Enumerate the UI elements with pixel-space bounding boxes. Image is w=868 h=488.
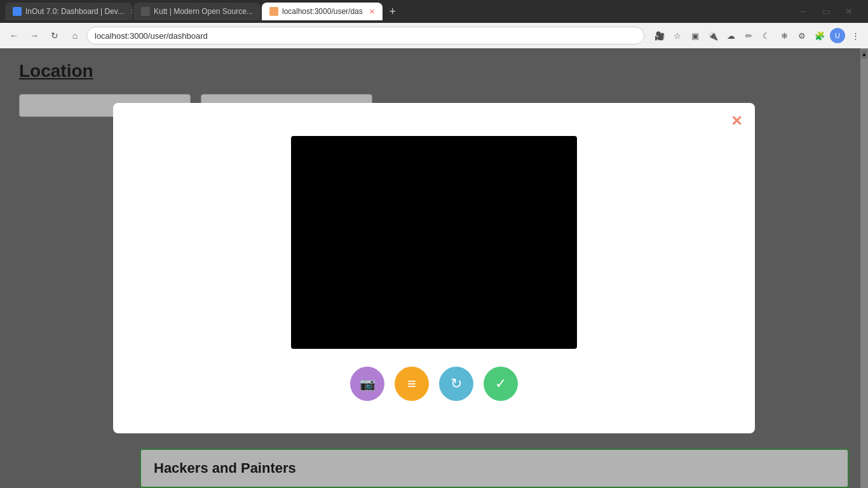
menu-button[interactable]: ≡ bbox=[395, 367, 429, 401]
modal-close-button[interactable]: ✕ bbox=[731, 113, 742, 130]
home-button[interactable]: ⌂ bbox=[66, 27, 84, 44]
tab-label-localhost: localhost:3000/user/das bbox=[282, 7, 363, 16]
tab-label-kutt: Kutt | Modern Open Source... bbox=[154, 7, 253, 16]
restore-button[interactable]: ▭ bbox=[817, 3, 835, 20]
modal-overlay: ✕ 📷 ≡ ↻ ✓ bbox=[0, 48, 868, 488]
star-icon[interactable]: ☆ bbox=[670, 28, 685, 43]
tab-label-inout: InOut 7.0: Dashboard | Dev... bbox=[25, 7, 124, 16]
window-close-button[interactable]: ✕ bbox=[840, 3, 858, 20]
page-background: Location Hackers and Painters ▲ ✕ 📷 ≡ ↻ … bbox=[0, 48, 868, 488]
tab-kutt[interactable]: Kutt | Modern Open Source... ✕ bbox=[133, 3, 261, 20]
profile-avatar[interactable]: U bbox=[830, 28, 845, 43]
tab-close-localhost[interactable]: ✕ bbox=[369, 8, 375, 16]
nav-icons: 🎥 ☆ ▣ 🔌 ☁ ✏ ☾ ❄ ⚙ 🧩 U ⋮ bbox=[652, 28, 863, 43]
tab-inout[interactable]: InOut 7.0: Dashboard | Dev... ✕ bbox=[5, 3, 132, 20]
minimize-button[interactable]: ─ bbox=[794, 3, 812, 20]
modal-controls: 📷 ≡ ↻ ✓ bbox=[350, 367, 518, 401]
tab-close-kutt[interactable]: ✕ bbox=[259, 8, 261, 16]
confirm-button[interactable]: ✓ bbox=[484, 367, 518, 401]
new-tab-button[interactable]: + bbox=[384, 3, 402, 20]
tab-bar: InOut 7.0: Dashboard | Dev... ✕ Kutt | M… bbox=[0, 0, 868, 23]
video-icon[interactable]: 🎥 bbox=[652, 28, 667, 43]
nav-bar: ← → ↻ ⌂ localhost:3000/user/dashboard 🎥 … bbox=[0, 23, 868, 48]
tab-favicon-inout bbox=[13, 7, 22, 16]
modal-dialog: ✕ 📷 ≡ ↻ ✓ bbox=[113, 103, 755, 433]
snowflake-icon[interactable]: ❄ bbox=[776, 28, 792, 43]
moon-icon[interactable]: ☾ bbox=[759, 28, 774, 43]
modal-video-area bbox=[291, 136, 577, 349]
windows-icon[interactable]: ▣ bbox=[688, 28, 703, 43]
camera-button[interactable]: 📷 bbox=[350, 367, 384, 401]
pen-icon[interactable]: ✏ bbox=[741, 28, 756, 43]
menu-dots-icon[interactable]: ⋮ bbox=[848, 28, 863, 43]
tab-localhost[interactable]: localhost:3000/user/das ✕ bbox=[262, 3, 383, 20]
back-button[interactable]: ← bbox=[5, 27, 23, 44]
settings-icon[interactable]: ⚙ bbox=[794, 28, 810, 43]
reload-button[interactable]: ↻ bbox=[46, 27, 64, 44]
puzzle-icon[interactable]: 🧩 bbox=[812, 28, 827, 43]
browser-chrome: InOut 7.0: Dashboard | Dev... ✕ Kutt | M… bbox=[0, 0, 868, 48]
tab-close-inout[interactable]: ✕ bbox=[130, 8, 132, 16]
cloud-icon[interactable]: ☁ bbox=[723, 28, 738, 43]
address-text: localhost:3000/user/dashboard bbox=[95, 31, 208, 41]
tab-favicon-localhost bbox=[269, 7, 278, 16]
address-bar[interactable]: localhost:3000/user/dashboard bbox=[86, 27, 644, 44]
ext1-icon[interactable]: 🔌 bbox=[705, 28, 721, 43]
tab-favicon-kutt bbox=[141, 7, 150, 16]
forward-button[interactable]: → bbox=[25, 27, 43, 44]
refresh-button[interactable]: ↻ bbox=[439, 367, 473, 401]
